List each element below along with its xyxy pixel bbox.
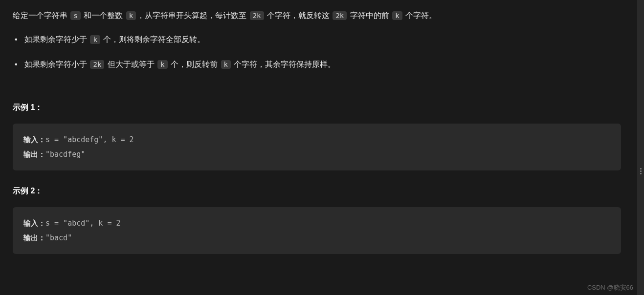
- desc-text: 字符中的前: [348, 11, 391, 20]
- example-input-row: 输入：s = "abcdefg", k = 2: [23, 132, 610, 147]
- code-2k: 2k: [90, 60, 104, 69]
- desc-text: 个字符，就反转这: [265, 11, 332, 20]
- scrollbar-track[interactable]: [637, 0, 644, 295]
- example-block-2: 输入：s = "abcd", k = 2 输出："bacd": [13, 207, 621, 254]
- output-label: 输出：: [23, 233, 45, 242]
- code-k: k: [392, 11, 402, 20]
- bullet-text: 个，则将剩余字符全部反转。: [101, 35, 205, 43]
- example-header-2: 示例 2：: [13, 184, 621, 198]
- example-output-row: 输出："bacdfeg": [23, 147, 610, 162]
- desc-text: 给定一个字符串: [13, 11, 69, 20]
- desc-text: 和一个整数: [82, 11, 125, 20]
- input-value: s = "abcdefg", k = 2: [45, 135, 134, 144]
- output-value: "bacd": [45, 233, 72, 242]
- code-k: k: [221, 60, 231, 69]
- input-value: s = "abcd", k = 2: [45, 219, 121, 228]
- code-s: s: [70, 11, 80, 20]
- rule-list: 如果剩余字符少于 k 个，则将剩余字符全部反转。 如果剩余字符小于 2k 但大于…: [13, 33, 621, 72]
- list-item: 如果剩余字符少于 k 个，则将剩余字符全部反转。: [13, 33, 621, 47]
- example-header-1: 示例 1：: [13, 101, 621, 115]
- code-2k: 2k: [333, 11, 347, 20]
- bullet-text: 个，则反转前: [169, 60, 220, 68]
- problem-description: 给定一个字符串 s 和一个整数 k，从字符串开头算起，每计数至 2k 个字符，就…: [13, 9, 621, 23]
- example-input-row: 输入：s = "abcd", k = 2: [23, 216, 610, 231]
- desc-text: ，从字符串开头算起，每计数至: [137, 11, 248, 20]
- input-label: 输入：: [23, 135, 45, 144]
- bullet-text: 个字符，其余字符保持原样。: [232, 60, 335, 68]
- scrollbar-grip-icon[interactable]: [639, 167, 642, 178]
- output-label: 输出：: [23, 150, 45, 159]
- code-k: k: [90, 35, 100, 44]
- bullet-text: 但大于或等于: [105, 60, 156, 68]
- code-2k: 2k: [250, 11, 264, 20]
- watermark: CSDN @晓安66: [587, 282, 633, 293]
- desc-text: 个字符。: [403, 11, 437, 20]
- code-k: k: [157, 60, 167, 69]
- bullet-text: 如果剩余字符小于: [24, 60, 89, 68]
- example-output-row: 输出："bacd": [23, 231, 610, 245]
- input-label: 输入：: [23, 219, 45, 228]
- code-k: k: [126, 11, 136, 20]
- output-value: "bacdfeg": [45, 150, 85, 159]
- example-block-1: 输入：s = "abcdefg", k = 2 输出："bacdfeg": [13, 124, 621, 170]
- list-item: 如果剩余字符小于 2k 但大于或等于 k 个，则反转前 k 个字符，其余字符保持…: [13, 58, 621, 72]
- problem-content: 给定一个字符串 s 和一个整数 k，从字符串开头算起，每计数至 2k 个字符，就…: [0, 0, 634, 254]
- bullet-text: 如果剩余字符少于: [24, 35, 89, 43]
